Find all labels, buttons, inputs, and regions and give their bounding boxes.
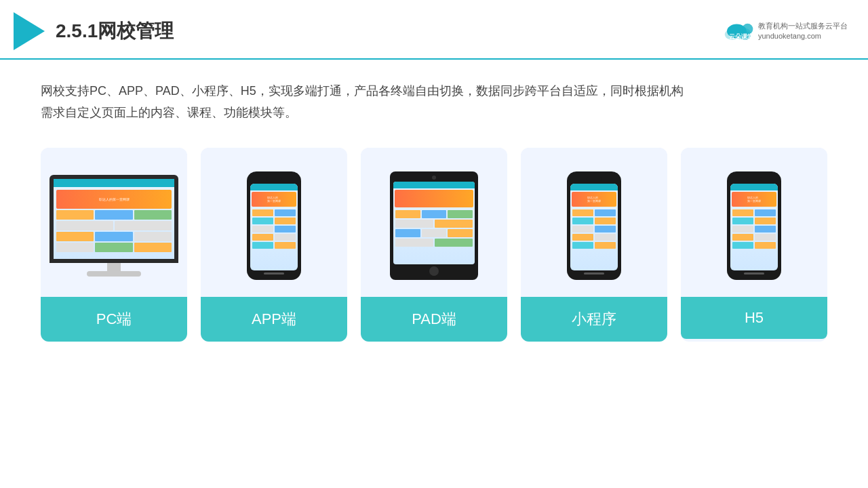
card-pad: PAD端 xyxy=(361,148,507,342)
card-app-label: APP端 xyxy=(201,297,347,342)
header-right: 云朵课堂 教育机构一站式服务云平台 yunduoketang.com xyxy=(722,19,848,43)
card-pc: 职达人的第一堂网课 xyxy=(41,148,187,342)
phone-mockup-h5: 职达人的第一堂网课 xyxy=(727,171,781,280)
card-pad-label: PAD端 xyxy=(361,297,507,342)
card-h5-label: H5 xyxy=(681,297,827,339)
phone-mockup-app: 职达人的第一堂网课 xyxy=(247,171,301,280)
card-miniapp: 职达人的第一堂网课 xyxy=(521,148,667,342)
card-h5: 职达人的第一堂网课 xyxy=(681,148,827,342)
header: 2.5.1网校管理 云朵课堂 教育机构一站式服务云平台 yunduoketang… xyxy=(0,0,868,60)
svg-text:云朵课堂: 云朵课堂 xyxy=(729,33,753,40)
card-pc-label: PC端 xyxy=(41,297,187,342)
header-left: 2.5.1网校管理 xyxy=(14,12,174,50)
main-content: 网校支持PC、APP、PAD、小程序、H5，实现多端打通，产品各终端自由切换，数… xyxy=(0,60,868,355)
pc-mockup: 职达人的第一堂网课 xyxy=(50,175,178,277)
page-title: 2.5.1网校管理 xyxy=(56,18,174,44)
tablet-mockup xyxy=(390,171,478,280)
card-app-image: 职达人的第一堂网课 xyxy=(201,148,347,297)
brand-text: 教育机构一站式服务云平台 yunduoketang.com xyxy=(758,21,848,42)
card-pad-image xyxy=(361,148,507,297)
cloud-icon: 云朵课堂 xyxy=(722,19,754,43)
description-text: 网校支持PC、APP、PAD、小程序、H5，实现多端打通，产品各终端自由切换，数… xyxy=(41,80,827,124)
phone-mockup-miniapp: 职达人的第一堂网课 xyxy=(567,171,621,280)
logo-icon xyxy=(14,12,45,50)
brand-tagline: 教育机构一站式服务云平台 xyxy=(758,21,848,31)
card-miniapp-label: 小程序 xyxy=(521,297,667,342)
cards-container: 职达人的第一堂网课 xyxy=(41,148,827,342)
card-app: 职达人的第一堂网课 xyxy=(201,148,347,342)
card-miniapp-image: 职达人的第一堂网课 xyxy=(521,148,667,297)
card-pc-image: 职达人的第一堂网课 xyxy=(41,148,187,297)
svg-point-4 xyxy=(742,24,753,35)
brand-logo: 云朵课堂 教育机构一站式服务云平台 yunduoketang.com xyxy=(722,19,848,43)
brand-domain: yunduoketang.com xyxy=(758,31,848,41)
card-h5-image: 职达人的第一堂网课 xyxy=(681,148,827,297)
